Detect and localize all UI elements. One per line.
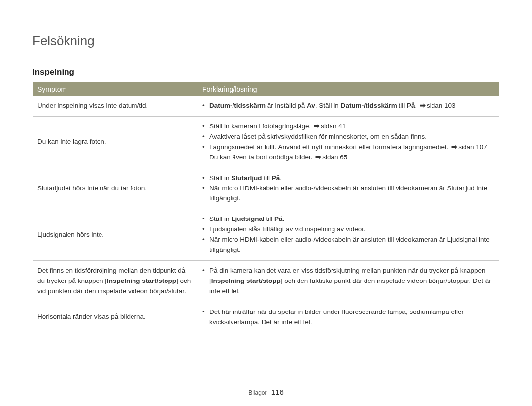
- table-row: Ljudsignalen hörs inte. Ställ in Ljudsig…: [33, 209, 499, 261]
- bullet: På din kamera kan det vara en viss tidsf…: [202, 266, 495, 297]
- table-row: Under inspelning visas inte datum/tid. D…: [33, 96, 499, 116]
- bullet: Datum-/tidsskärm är inställd på Av. Stäl…: [202, 101, 495, 111]
- col-header-solution: Förklaring/lösning: [198, 82, 499, 96]
- bullet: Ljudsignalen slås tillfälligt av vid ins…: [202, 224, 495, 235]
- page-title: Felsökning: [33, 33, 499, 49]
- solution-cell: Ställ in Ljudsignal till På. Ljudsignale…: [198, 209, 499, 261]
- symptom-cell: Horisontala ränder visas på bilderna.: [33, 302, 198, 333]
- table-row: Det finns en tidsfördröjning mellan den …: [33, 261, 499, 302]
- pageref-icon: ➡: [314, 122, 320, 132]
- bullet: När micro HDMI-kabeln eller audio-/video…: [202, 235, 495, 255]
- table-row: Du kan inte lagra foton. Ställ in kamera…: [33, 116, 499, 168]
- table-row: Horisontala ränder visas på bilderna. De…: [33, 302, 499, 333]
- pageref-icon: ➡: [315, 153, 321, 163]
- pageref-icon: ➡: [420, 101, 426, 111]
- symptom-cell: Under inspelning visas inte datum/tid.: [33, 96, 198, 116]
- solution-cell: Ställ in kameran i fotolagringsläge. ➡si…: [198, 116, 499, 168]
- section-title: Inspelning: [33, 67, 499, 77]
- bullet: Ställ in kameran i fotolagringsläge. ➡si…: [202, 122, 495, 132]
- symptom-cell: Det finns en tidsfördröjning mellan den …: [33, 261, 198, 302]
- table-row: Slutarljudet hörs inte när du tar foton.…: [33, 168, 499, 209]
- footer-label: Bilagor: [248, 389, 266, 396]
- col-header-symptom: Symptom: [33, 82, 198, 96]
- symptom-cell: Ljudsignalen hörs inte.: [33, 209, 198, 261]
- bullet: Ställ in Slutarljud till På.: [202, 173, 495, 184]
- solution-cell: Det här inträffar när du spelar in bilde…: [198, 302, 499, 333]
- pageref-icon: ➡: [451, 142, 457, 153]
- bullet: Avaktivera låset på skrivskyddsfliken fö…: [202, 132, 495, 142]
- bullet: Det här inträffar när du spelar in bilde…: [202, 307, 495, 328]
- symptom-cell: Du kan inte lagra foton.: [33, 116, 198, 168]
- page-number: 116: [271, 388, 284, 396]
- solution-cell: Datum-/tidsskärm är inställd på Av. Stäl…: [198, 96, 499, 116]
- symptom-cell: Slutarljudet hörs inte när du tar foton.: [33, 168, 198, 209]
- solution-cell: På din kamera kan det vara en viss tidsf…: [198, 261, 499, 302]
- troubleshooting-table: Symptom Förklaring/lösning Under inspeln…: [33, 82, 499, 333]
- bullet: Lagringsmediet är fullt. Använd ett nytt…: [202, 142, 495, 163]
- bullet: Ställ in Ljudsignal till På.: [202, 214, 495, 224]
- bullet: När micro HDMI-kabeln eller audio-/video…: [202, 184, 495, 204]
- page-footer: Bilagor 116: [0, 388, 532, 396]
- solution-cell: Ställ in Slutarljud till På. När micro H…: [198, 168, 499, 209]
